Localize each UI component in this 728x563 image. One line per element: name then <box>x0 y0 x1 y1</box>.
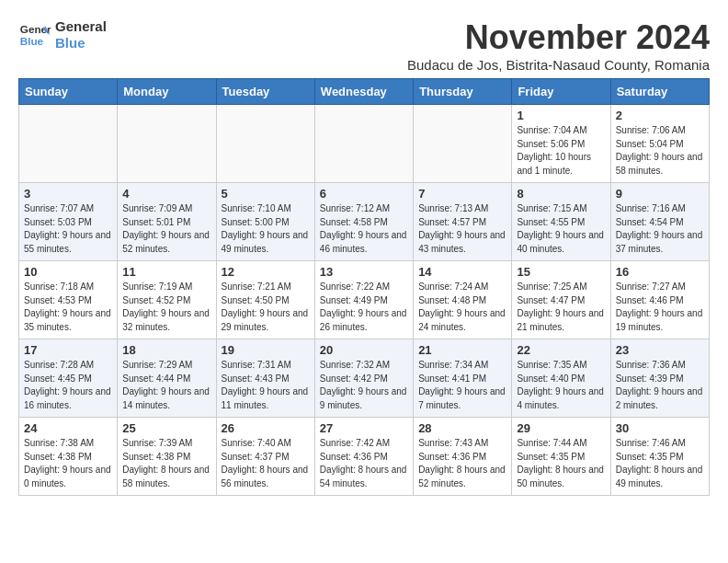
day-number: 30 <box>616 421 704 435</box>
day-number: 14 <box>418 265 506 279</box>
day-number: 15 <box>517 265 605 279</box>
day-info: Sunrise: 7:21 AM Sunset: 4:50 PM Dayligh… <box>222 281 310 334</box>
day-info: Sunrise: 7:12 AM Sunset: 4:58 PM Dayligh… <box>320 202 408 256</box>
calendar-week-row: 10Sunrise: 7:18 AM Sunset: 4:53 PM Dayli… <box>19 261 710 339</box>
title-block: November 2024 Budacu de Jos, Bistrita-Na… <box>407 18 710 73</box>
calendar-cell: 16Sunrise: 7:27 AM Sunset: 4:46 PM Dayli… <box>610 261 709 339</box>
day-number: 25 <box>122 421 210 435</box>
calendar-cell: 9Sunrise: 7:16 AM Sunset: 4:54 PM Daylig… <box>610 183 709 261</box>
calendar-cell: 4Sunrise: 7:09 AM Sunset: 5:01 PM Daylig… <box>118 183 216 261</box>
day-number: 18 <box>122 343 210 357</box>
calendar: SundayMondayTuesdayWednesdayThursdayFrid… <box>18 78 710 496</box>
day-number: 7 <box>418 187 506 201</box>
day-number: 12 <box>222 265 310 279</box>
day-info: Sunrise: 7:38 AM Sunset: 4:38 PM Dayligh… <box>24 437 112 490</box>
calendar-cell: 6Sunrise: 7:12 AM Sunset: 4:58 PM Daylig… <box>314 183 413 261</box>
day-info: Sunrise: 7:39 AM Sunset: 4:38 PM Dayligh… <box>122 437 210 490</box>
calendar-cell <box>118 105 216 183</box>
logo-line1: General <box>55 18 107 35</box>
day-info: Sunrise: 7:42 AM Sunset: 4:36 PM Dayligh… <box>320 437 408 490</box>
logo-icon: General Blue <box>18 18 51 52</box>
day-info: Sunrise: 7:04 AM Sunset: 5:06 PM Dayligh… <box>517 124 605 178</box>
day-number: 20 <box>320 343 408 357</box>
day-of-week-header: Tuesday <box>216 79 314 105</box>
calendar-cell: 2Sunrise: 7:06 AM Sunset: 5:04 PM Daylig… <box>610 105 709 183</box>
logo-line2: Blue <box>55 35 107 52</box>
calendar-cell: 13Sunrise: 7:22 AM Sunset: 4:49 PM Dayli… <box>314 261 413 339</box>
calendar-cell: 17Sunrise: 7:28 AM Sunset: 4:45 PM Dayli… <box>19 339 118 418</box>
day-info: Sunrise: 7:16 AM Sunset: 4:54 PM Dayligh… <box>616 202 704 256</box>
day-info: Sunrise: 7:10 AM Sunset: 5:00 PM Dayligh… <box>222 202 310 256</box>
day-info: Sunrise: 7:22 AM Sunset: 4:49 PM Dayligh… <box>320 281 408 334</box>
day-info: Sunrise: 7:28 AM Sunset: 4:45 PM Dayligh… <box>24 359 112 412</box>
calendar-cell: 20Sunrise: 7:32 AM Sunset: 4:42 PM Dayli… <box>314 339 413 418</box>
logo: General Blue General Blue <box>18 18 107 52</box>
calendar-cell: 30Sunrise: 7:46 AM Sunset: 4:35 PM Dayli… <box>610 418 709 496</box>
day-number: 19 <box>222 343 310 357</box>
day-number: 4 <box>122 187 210 201</box>
day-of-week-header: Monday <box>118 79 216 105</box>
day-number: 5 <box>222 187 310 201</box>
calendar-cell: 1Sunrise: 7:04 AM Sunset: 5:06 PM Daylig… <box>512 105 610 183</box>
day-number: 24 <box>24 421 112 435</box>
day-info: Sunrise: 7:25 AM Sunset: 4:47 PM Dayligh… <box>517 281 605 334</box>
calendar-cell: 11Sunrise: 7:19 AM Sunset: 4:52 PM Dayli… <box>118 261 216 339</box>
calendar-body: 1Sunrise: 7:04 AM Sunset: 5:06 PM Daylig… <box>19 105 710 496</box>
day-info: Sunrise: 7:29 AM Sunset: 4:44 PM Dayligh… <box>122 359 210 412</box>
calendar-cell: 22Sunrise: 7:35 AM Sunset: 4:40 PM Dayli… <box>512 339 610 418</box>
day-number: 16 <box>616 265 704 279</box>
svg-text:Blue: Blue <box>20 35 44 47</box>
main-title: November 2024 <box>407 18 710 57</box>
day-number: 23 <box>616 343 704 357</box>
day-info: Sunrise: 7:34 AM Sunset: 4:41 PM Dayligh… <box>418 359 506 412</box>
day-number: 13 <box>320 265 408 279</box>
day-of-week-header: Wednesday <box>314 79 413 105</box>
calendar-cell: 15Sunrise: 7:25 AM Sunset: 4:47 PM Dayli… <box>512 261 610 339</box>
calendar-cell: 24Sunrise: 7:38 AM Sunset: 4:38 PM Dayli… <box>19 418 118 496</box>
day-info: Sunrise: 7:44 AM Sunset: 4:35 PM Dayligh… <box>517 437 605 490</box>
calendar-cell: 28Sunrise: 7:43 AM Sunset: 4:36 PM Dayli… <box>414 418 512 496</box>
day-number: 2 <box>616 109 704 122</box>
day-info: Sunrise: 7:46 AM Sunset: 4:35 PM Dayligh… <box>616 437 704 490</box>
calendar-cell <box>216 105 314 183</box>
day-of-week-header: Saturday <box>610 79 709 105</box>
day-info: Sunrise: 7:40 AM Sunset: 4:37 PM Dayligh… <box>222 437 310 490</box>
calendar-cell: 29Sunrise: 7:44 AM Sunset: 4:35 PM Dayli… <box>512 418 610 496</box>
day-number: 28 <box>418 421 506 435</box>
day-info: Sunrise: 7:43 AM Sunset: 4:36 PM Dayligh… <box>418 437 506 490</box>
day-info: Sunrise: 7:18 AM Sunset: 4:53 PM Dayligh… <box>24 281 112 334</box>
day-of-week-header: Friday <box>512 79 610 105</box>
calendar-cell: 18Sunrise: 7:29 AM Sunset: 4:44 PM Dayli… <box>118 339 216 418</box>
calendar-cell: 26Sunrise: 7:40 AM Sunset: 4:37 PM Dayli… <box>216 418 314 496</box>
day-info: Sunrise: 7:36 AM Sunset: 4:39 PM Dayligh… <box>616 359 704 412</box>
calendar-cell: 7Sunrise: 7:13 AM Sunset: 4:57 PM Daylig… <box>414 183 512 261</box>
day-number: 10 <box>24 265 112 279</box>
calendar-cell: 23Sunrise: 7:36 AM Sunset: 4:39 PM Dayli… <box>610 339 709 418</box>
calendar-cell: 3Sunrise: 7:07 AM Sunset: 5:03 PM Daylig… <box>19 183 118 261</box>
day-number: 29 <box>517 421 605 435</box>
calendar-cell: 27Sunrise: 7:42 AM Sunset: 4:36 PM Dayli… <box>314 418 413 496</box>
day-of-week-header: Sunday <box>19 79 118 105</box>
day-info: Sunrise: 7:32 AM Sunset: 4:42 PM Dayligh… <box>320 359 408 412</box>
calendar-cell: 12Sunrise: 7:21 AM Sunset: 4:50 PM Dayli… <box>216 261 314 339</box>
calendar-week-row: 17Sunrise: 7:28 AM Sunset: 4:45 PM Dayli… <box>19 339 710 418</box>
day-number: 17 <box>24 343 112 357</box>
day-number: 1 <box>517 109 605 122</box>
day-info: Sunrise: 7:07 AM Sunset: 5:03 PM Dayligh… <box>24 202 112 256</box>
day-info: Sunrise: 7:31 AM Sunset: 4:43 PM Dayligh… <box>222 359 310 412</box>
day-number: 27 <box>320 421 408 435</box>
day-number: 3 <box>24 187 112 201</box>
day-number: 6 <box>320 187 408 201</box>
day-info: Sunrise: 7:35 AM Sunset: 4:40 PM Dayligh… <box>517 359 605 412</box>
day-number: 21 <box>418 343 506 357</box>
calendar-cell: 21Sunrise: 7:34 AM Sunset: 4:41 PM Dayli… <box>414 339 512 418</box>
day-info: Sunrise: 7:06 AM Sunset: 5:04 PM Dayligh… <box>616 124 704 178</box>
day-number: 26 <box>222 421 310 435</box>
calendar-cell <box>314 105 413 183</box>
calendar-cell: 5Sunrise: 7:10 AM Sunset: 5:00 PM Daylig… <box>216 183 314 261</box>
calendar-cell <box>414 105 512 183</box>
day-number: 22 <box>517 343 605 357</box>
calendar-cell <box>19 105 118 183</box>
day-info: Sunrise: 7:19 AM Sunset: 4:52 PM Dayligh… <box>122 281 210 334</box>
day-info: Sunrise: 7:09 AM Sunset: 5:01 PM Dayligh… <box>122 202 210 256</box>
